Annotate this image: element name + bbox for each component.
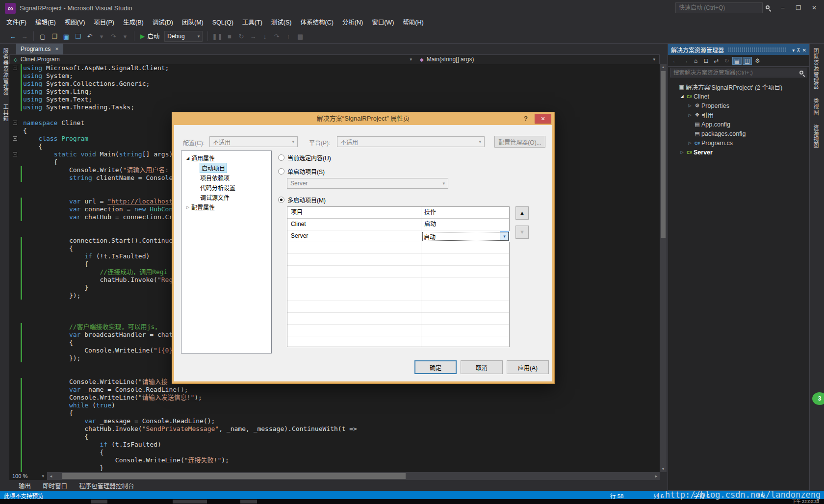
scrollbar-thumb[interactable] xyxy=(661,71,666,238)
code-line[interactable]: while (true) xyxy=(9,402,660,409)
save-all-icon[interactable]: ❒ xyxy=(73,33,83,40)
scrollbar-thumb[interactable] xyxy=(62,473,406,479)
search-icon[interactable] xyxy=(766,5,770,9)
code-line[interactable]: using System.Linq; xyxy=(9,88,660,96)
tab-program-cs[interactable]: Program.cs ✕ xyxy=(16,44,63,54)
chevron-down-icon[interactable]: ▾ xyxy=(500,231,509,241)
scroll-up-icon[interactable]: ▴ xyxy=(660,64,667,70)
search-input[interactable] xyxy=(670,68,807,77)
menu-item[interactable]: 分析(N) xyxy=(338,16,367,29)
floating-badge[interactable]: 3 xyxy=(812,392,824,405)
code-line[interactable]: var _message = Console.ReadLine(); xyxy=(9,417,660,425)
solution-tree-item[interactable]: ▣解决方案'SignalRProject' (2 个项目) xyxy=(668,82,809,92)
code-line[interactable]: Console.WriteLine("连接失败!"); xyxy=(9,456,660,464)
collapse-all-icon[interactable]: ⊟ xyxy=(701,57,711,64)
taskbar-item[interactable] xyxy=(240,500,257,504)
menu-item[interactable]: 视图(V) xyxy=(60,16,90,29)
show-next-statement-icon[interactable]: → xyxy=(248,33,258,40)
taskbar-item[interactable] xyxy=(91,500,107,504)
step-out-icon[interactable]: ↑ xyxy=(283,33,293,40)
menu-item[interactable]: 文件(F) xyxy=(2,16,31,29)
properties-icon[interactable]: ⚙ xyxy=(753,57,762,64)
menu-item[interactable]: 测试(S) xyxy=(267,16,296,29)
expanded-arrow-icon[interactable]: ◢ xyxy=(679,94,685,99)
open-file-icon[interactable]: ❐ xyxy=(50,33,59,40)
stop-debugging-icon[interactable]: ■ xyxy=(225,33,234,40)
step-into-icon[interactable]: ↓ xyxy=(260,33,270,40)
dialog-tree-item[interactable]: ▷配置属性 xyxy=(181,202,271,212)
solution-tree-item[interactable]: ▤App.config xyxy=(668,120,809,129)
menu-item[interactable]: 生成(B) xyxy=(119,16,148,29)
panel-tab[interactable]: 程序包管理器控制台 xyxy=(74,481,139,490)
menu-item[interactable]: SQL(Q) xyxy=(208,16,238,29)
undo-icon[interactable]: ↶ xyxy=(85,33,95,40)
solution-tree-item[interactable]: ▷⚙Properties xyxy=(668,101,809,110)
panel-tab[interactable]: 输出 xyxy=(14,481,36,490)
solution-tree-item[interactable]: ▷C#Server xyxy=(668,148,809,157)
find-icon[interactable]: ▤ xyxy=(295,33,305,40)
radio-single-startup[interactable]: 单启动项目(S) xyxy=(278,167,325,176)
sync-with-active-document-icon[interactable]: ⇄ xyxy=(712,57,721,64)
fold-toggle-icon[interactable]: − xyxy=(13,136,17,141)
start-debug-button[interactable]: ▶ 启动 xyxy=(140,31,159,41)
quick-launch-box[interactable] xyxy=(675,2,763,13)
platform-dropdown[interactable]: 不适用▾ xyxy=(337,136,485,147)
preview-selected-items-icon[interactable]: ◫ xyxy=(743,57,752,65)
code-line[interactable]: using System.Collections.Generic; xyxy=(9,80,660,88)
solution-tree-item[interactable]: ◢C#Clinet xyxy=(668,92,809,101)
code-line[interactable]: { xyxy=(9,449,660,456)
minimize-button[interactable]: – xyxy=(775,0,791,16)
redo-icon[interactable]: ↷ xyxy=(108,33,118,40)
maximize-button[interactable]: ❐ xyxy=(791,0,806,16)
cancel-button[interactable]: 取消 xyxy=(461,360,503,374)
dialog-tree-item[interactable]: 调试源文件 xyxy=(181,192,271,202)
refresh-icon[interactable]: ↻ xyxy=(722,57,731,64)
redo-dropdown-icon[interactable]: ▾ xyxy=(120,33,130,40)
code-line[interactable]: using System.Threading.Tasks; xyxy=(9,103,660,111)
auto-hide-pin-icon[interactable]: ⊼ xyxy=(797,48,800,53)
dialog-tree-item[interactable]: ◢通用属性 xyxy=(181,153,271,163)
solution-tree-item[interactable]: ▷C#Program.cs xyxy=(668,138,809,148)
forward-icon[interactable]: → xyxy=(681,57,690,64)
radio-current-selection[interactable]: 当前选定内容(U) xyxy=(278,153,331,162)
solution-tree-item[interactable]: ▤packages.config xyxy=(668,129,809,138)
dock-tab[interactable]: 资源视图 xyxy=(810,120,821,152)
move-down-button[interactable]: ▼ xyxy=(515,226,529,239)
taskbar-item[interactable] xyxy=(173,500,207,504)
solution-explorer-search[interactable] xyxy=(668,67,809,78)
menu-item[interactable]: 团队(M) xyxy=(178,16,208,29)
table-row[interactable]: Server启动▾ xyxy=(287,230,509,242)
nav-forward-icon[interactable]: → xyxy=(20,33,29,40)
show-all-files-icon[interactable]: ▤ xyxy=(732,57,742,65)
menu-item[interactable]: 体系结构(C) xyxy=(296,16,337,29)
quick-launch-input[interactable] xyxy=(676,4,762,11)
back-icon[interactable]: ← xyxy=(670,57,680,64)
code-line[interactable]: Console.WriteLine("请输入发送信息!"); xyxy=(9,394,660,402)
panel-tab[interactable]: 即时窗口 xyxy=(38,481,72,490)
help-button[interactable]: ? xyxy=(520,114,532,124)
new-file-icon[interactable]: ▢ xyxy=(38,33,48,40)
fold-toggle-icon[interactable]: − xyxy=(13,121,17,125)
code-line[interactable]: if (t.IsFaulted) xyxy=(9,441,660,449)
code-line[interactable]: using System.Text; xyxy=(9,96,660,103)
dialog-tree-item[interactable]: 项目依赖项 xyxy=(181,173,271,182)
move-up-button[interactable]: ▲ xyxy=(515,206,529,220)
step-over-icon[interactable]: ↷ xyxy=(272,33,282,40)
solution-configurations-dropdown[interactable]: Debug▾ xyxy=(164,31,203,42)
code-line[interactable]: { xyxy=(9,433,660,441)
action-dropdown[interactable]: 启动▾ xyxy=(421,231,510,242)
code-line[interactable]: } xyxy=(9,464,660,472)
menu-item[interactable]: 帮助(H) xyxy=(398,16,428,29)
code-line[interactable]: using Microsoft.AspNet.SignalR.Client; xyxy=(9,64,660,72)
menu-item[interactable]: 编辑(E) xyxy=(31,16,60,29)
dock-tab[interactable]: 团队资源管理器 xyxy=(810,44,821,94)
expanded-arrow-icon[interactable]: ◢ xyxy=(184,156,191,160)
collapsed-arrow-icon[interactable]: ▷ xyxy=(687,141,693,145)
collapsed-arrow-icon[interactable]: ▷ xyxy=(184,205,191,209)
windows-taskbar[interactable]: 下午 22:02:33 xyxy=(0,499,824,504)
dock-tab[interactable]: 类视图 xyxy=(810,94,821,120)
menu-item[interactable]: 窗口(W) xyxy=(367,16,398,29)
scroll-down-icon[interactable]: ▾ xyxy=(660,466,667,472)
types-dropdown[interactable]: ◇ Clinet.Program ▾ xyxy=(10,55,416,64)
configuration-manager-button[interactable]: 配置管理器(O)... xyxy=(494,136,545,148)
